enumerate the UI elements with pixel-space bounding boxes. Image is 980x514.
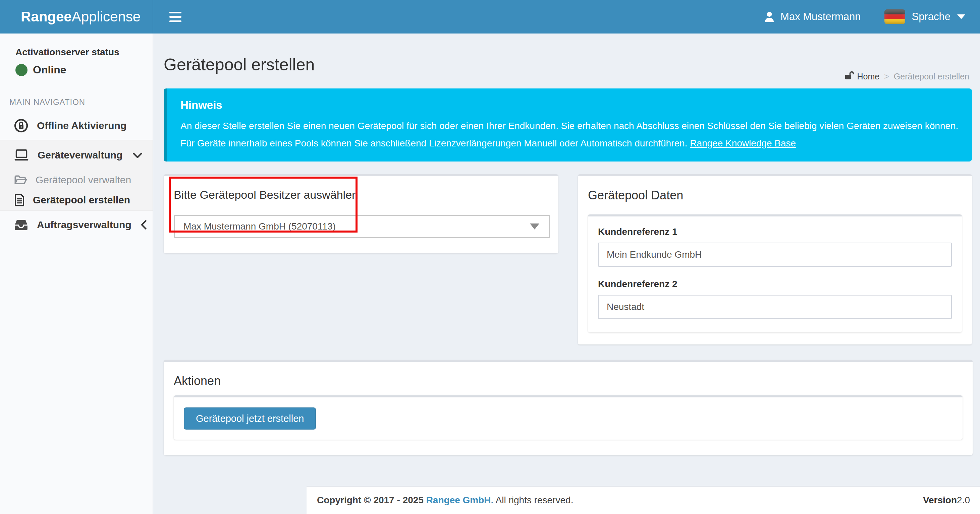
brand-logo[interactable]: RangeeApplicense	[0, 0, 153, 33]
chevron-left-icon	[140, 220, 147, 230]
pool-owner-select[interactable]: Max Mustermann GmbH (52070113)	[174, 215, 550, 238]
rights-text: All rights reserved.	[496, 495, 574, 505]
copyright-text: Copyright © 2017 - 2025 Rangee GmbH. All…	[317, 495, 573, 506]
create-pool-button[interactable]: Gerätepool jetzt erstellen	[184, 408, 316, 430]
customer-reference-2-label: Kundenreferenz 2	[598, 279, 952, 289]
sidebar-item-label: Geräteverwaltung	[38, 149, 123, 161]
file-text-icon	[14, 194, 25, 206]
inbox-icon	[14, 219, 28, 231]
pool-owner-heading: Bitte Gerätepool Besitzer auswählen	[174, 188, 550, 201]
folder-open-icon	[14, 175, 27, 185]
sidebar-toggle-icon[interactable]	[158, 0, 193, 33]
sidebar-item-offline-aktivierung[interactable]: Offline Aktivierung	[0, 111, 153, 140]
version-text: Version2.0	[923, 495, 970, 506]
pool-owner-box: Bitte Gerätepool Besitzer auswählen Max …	[164, 174, 558, 253]
sidebar-item-label: Gerätepool verwalten	[35, 174, 131, 186]
brand-bold: Rangee	[21, 9, 72, 25]
hint-title: Hinweis	[180, 98, 959, 112]
hint-text: An dieser Stelle erstellen Sie einen neu…	[180, 117, 959, 152]
status-value: Online	[33, 63, 67, 76]
pool-data-box: Gerätepool Daten Kundenreferenz 1 Kunden…	[578, 174, 972, 344]
lock-badge-icon	[14, 119, 28, 133]
language-label: Sprache	[912, 11, 950, 23]
brand-light: Applicense	[72, 9, 140, 25]
version-value: 2.0	[957, 495, 970, 505]
sidebar-item-auftragsverwaltung[interactable]: Auftragsverwaltung	[0, 211, 153, 239]
customer-reference-1-field: Kundenreferenz 1	[598, 227, 952, 267]
actions-panel: Gerätepool jetzt erstellen	[174, 395, 963, 439]
customer-reference-1-input[interactable]	[598, 243, 952, 267]
customer-reference-1-label: Kundenreferenz 1	[598, 227, 952, 237]
knowledge-base-link[interactable]: Rangee Knowledge Base	[690, 138, 796, 148]
actions-title: Aktionen	[174, 374, 963, 388]
laptop-icon	[14, 149, 29, 162]
nav-section-label: MAIN NAVIGATION	[10, 97, 153, 107]
sidebar-item-label: Gerätepool erstellen	[33, 194, 130, 206]
application-window: RangeeApplicense Max Mustermann Sprache …	[0, 0, 980, 514]
status-title: Activationserver status	[16, 47, 146, 58]
pool-data-title: Gerätepool Daten	[588, 188, 962, 202]
version-label: Version	[923, 495, 957, 505]
chevron-down-icon	[957, 14, 965, 19]
breadcrumb-current: Gerätepool erstellen	[894, 72, 969, 81]
sidebar-group-geraeteverwaltung: Geräteverwaltung Gerätepool verwalten G	[0, 140, 153, 211]
chevron-down-icon	[132, 152, 143, 159]
footer: Copyright © 2017 - 2025 Rangee GmbH. All…	[307, 486, 980, 514]
select-caret-icon	[530, 224, 539, 230]
user-icon	[764, 11, 775, 22]
german-flag-icon	[885, 10, 905, 24]
unlock-icon	[845, 71, 854, 82]
top-navbar: RangeeApplicense Max Mustermann Sprache	[0, 0, 980, 33]
company-link[interactable]: Rangee GmbH.	[426, 495, 494, 505]
content-area: Gerätepool erstellen Home > Gerätepool e…	[153, 33, 980, 514]
user-menu[interactable]: Max Mustermann	[764, 11, 861, 23]
sidebar-item-label: Offline Aktivierung	[37, 120, 126, 131]
pool-owner-select-value: Max Mustermann GmbH (52070113)	[183, 221, 336, 232]
breadcrumb-separator: >	[884, 72, 889, 81]
activation-server-status: Activationserver status Online	[0, 33, 153, 76]
copyright-years: Copyright © 2017 - 2025	[317, 495, 423, 505]
main-navigation: Offline Aktivierung Geräteverwaltung	[0, 111, 153, 239]
customer-reference-2-field: Kundenreferenz 2	[598, 279, 952, 319]
hint-callout: Hinweis An dieser Stelle erstellen Sie e…	[164, 89, 972, 162]
pool-data-panel: Kundenreferenz 1 Kundenreferenz 2	[588, 214, 962, 332]
sidebar: Activationserver status Online MAIN NAVI…	[0, 33, 153, 514]
customer-reference-2-input[interactable]	[598, 295, 952, 319]
online-status-dot	[16, 64, 27, 76]
breadcrumb-home-link[interactable]: Home	[845, 71, 880, 82]
sidebar-item-geraeteverwaltung[interactable]: Geräteverwaltung	[0, 140, 153, 170]
actions-box: Aktionen Gerätepool jetzt erstellen	[164, 360, 973, 455]
sidebar-item-label: Auftragsverwaltung	[37, 219, 132, 230]
hint-body: An dieser Stelle erstellen Sie einen neu…	[180, 121, 958, 148]
user-name: Max Mustermann	[780, 11, 861, 23]
sidebar-item-geraetepool-verwalten[interactable]: Gerätepool verwalten	[0, 170, 153, 190]
navbar-right: Max Mustermann Sprache	[764, 0, 980, 33]
sidebar-item-geraetepool-erstellen[interactable]: Gerätepool erstellen	[0, 190, 153, 210]
breadcrumb: Home > Gerätepool erstellen	[845, 71, 969, 82]
language-menu[interactable]: Sprache	[885, 10, 965, 24]
breadcrumb-home-label: Home	[857, 72, 880, 81]
